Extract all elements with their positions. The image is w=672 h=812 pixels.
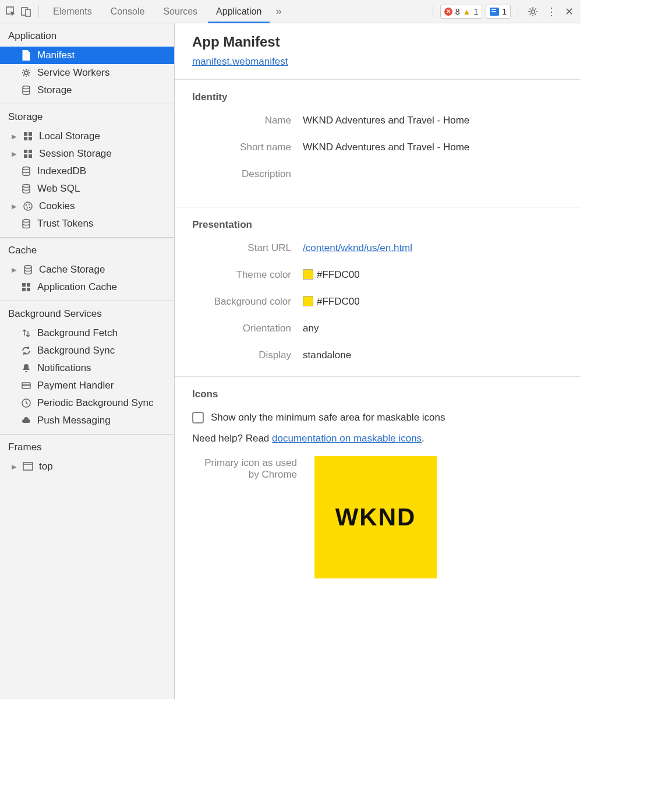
separator <box>433 5 433 18</box>
clock-icon <box>21 398 31 408</box>
tab-elements[interactable]: Elements <box>45 0 100 23</box>
primary-icon-label: Primary icon as used by Chrome <box>192 456 303 481</box>
inspect-icon[interactable] <box>5 5 17 18</box>
expand-icon[interactable]: ▶ <box>12 150 17 158</box>
field-label-bg: Background color <box>192 296 303 308</box>
tab-application[interactable]: Application <box>208 0 270 23</box>
sidebar-item-label: IndexedDB <box>37 165 86 177</box>
field-value-starturl[interactable]: /content/wknd/us/en.html <box>303 242 412 254</box>
section-title: Presentation <box>192 219 563 231</box>
updown-icon <box>21 328 31 338</box>
message-count-pill[interactable]: 1 <box>486 5 511 19</box>
sidebar-item-top-frame[interactable]: ▶ top <box>0 458 174 475</box>
sidebar-item-label: Session Storage <box>39 148 112 160</box>
gear-icon <box>21 68 31 78</box>
field-label-shortname: Short name <box>192 142 303 153</box>
svg-point-17 <box>26 204 27 206</box>
kebab-menu-icon[interactable]: ⋮ <box>544 3 559 20</box>
sidebar-item-cookies[interactable]: ▶ Cookies <box>0 197 174 215</box>
sidebar-item-service-workers[interactable]: Service Workers <box>0 64 174 82</box>
field-label-orientation: Orientation <box>192 323 303 334</box>
sidebar-item-label: Payment Handler <box>37 380 114 391</box>
sidebar-item-label: Background Sync <box>37 345 115 356</box>
sidebar-item-background-fetch[interactable]: Background Fetch <box>0 324 174 342</box>
expand-icon[interactable]: ▶ <box>12 133 17 140</box>
field-label-display: Display <box>192 349 303 361</box>
more-tabs-icon[interactable]: » <box>272 5 285 18</box>
sidebar-item-payment-handler[interactable]: Payment Handler <box>0 377 174 394</box>
database-icon <box>21 166 31 176</box>
svg-rect-23 <box>22 283 26 287</box>
sidebar-item-websql[interactable]: Web SQL <box>0 180 174 197</box>
sidebar-item-push-messaging[interactable]: Push Messaging <box>0 412 174 429</box>
device-toggle-icon[interactable] <box>20 5 33 18</box>
svg-rect-28 <box>22 384 30 386</box>
svg-point-14 <box>23 167 30 170</box>
field-value-orientation: any <box>303 323 319 334</box>
section-title: Icons <box>192 389 563 400</box>
sidebar-item-session-storage[interactable]: ▶ Session Storage <box>0 145 174 163</box>
svg-rect-26 <box>27 288 30 291</box>
section-identity: Identity Name WKND Adventures and Travel… <box>175 79 581 207</box>
svg-point-21 <box>23 220 30 223</box>
maskable-checkbox[interactable] <box>192 412 204 423</box>
sidebar-item-label: Periodic Background Sync <box>37 397 153 409</box>
expand-icon[interactable]: ▶ <box>12 463 17 471</box>
svg-rect-25 <box>22 288 26 291</box>
svg-point-5 <box>23 86 30 89</box>
database-icon <box>21 85 31 96</box>
database-icon <box>23 264 33 275</box>
error-icon: ✕ <box>444 8 452 16</box>
tab-sources[interactable]: Sources <box>155 0 206 23</box>
manifest-link[interactable]: manifest.webmanifest <box>175 56 288 79</box>
sidebar-item-application-cache[interactable]: Application Cache <box>0 278 174 296</box>
sidebar-item-trust-tokens[interactable]: Trust Tokens <box>0 215 174 232</box>
svg-rect-12 <box>24 154 27 158</box>
field-value-bg: #FFDC00 <box>303 296 360 308</box>
field-value-name: WKND Adventures and Travel - Home <box>303 115 469 126</box>
sidebar-item-background-sync[interactable]: Background Sync <box>0 342 174 359</box>
group-application: Application <box>0 23 174 47</box>
sidebar-item-manifest[interactable]: Manifest <box>0 47 174 64</box>
sync-icon <box>21 345 31 356</box>
svg-point-4 <box>24 71 28 75</box>
error-count-pill[interactable]: ✕ 8 ▲ 1 <box>440 5 482 19</box>
help-link[interactable]: documentation on maskable icons <box>272 433 422 444</box>
svg-rect-7 <box>29 132 32 136</box>
message-icon <box>490 8 499 16</box>
sidebar-item-local-storage[interactable]: ▶ Local Storage <box>0 128 174 145</box>
field-value-shortname: WKND Adventures and Travel - Home <box>303 142 469 153</box>
color-swatch <box>303 296 313 306</box>
expand-icon[interactable]: ▶ <box>12 266 17 274</box>
sidebar-item-cache-storage[interactable]: ▶ Cache Storage <box>0 261 174 278</box>
svg-point-20 <box>29 207 30 208</box>
sidebar-item-label: Storage <box>37 84 72 96</box>
sidebar-item-indexeddb[interactable]: IndexedDB <box>0 163 174 180</box>
sidebar-item-storage[interactable]: Storage <box>0 82 174 99</box>
sidebar-item-label: Application Cache <box>37 281 117 293</box>
main-content: App Manifest manifest.webmanifest Identi… <box>175 23 581 699</box>
help-text: Need help? Read documentation on maskabl… <box>192 433 563 444</box>
cookie-icon <box>23 201 33 211</box>
close-icon[interactable]: ✕ <box>563 3 576 20</box>
field-value-theme: #FFDC00 <box>303 269 360 281</box>
sidebar-item-label: Push Messaging <box>37 415 111 426</box>
sidebar-item-label: Background Fetch <box>37 327 118 339</box>
sidebar-item-notifications[interactable]: Notifications <box>0 359 174 377</box>
bell-icon <box>21 363 31 373</box>
sidebar-item-periodic-sync[interactable]: Periodic Background Sync <box>0 394 174 412</box>
field-label-starturl: Start URL <box>192 242 303 254</box>
expand-icon[interactable]: ▶ <box>12 203 17 210</box>
group-cache: Cache <box>0 238 174 261</box>
sidebar-item-label: Web SQL <box>37 183 80 195</box>
svg-point-19 <box>27 207 28 209</box>
field-label-name: Name <box>192 115 303 126</box>
group-storage: Storage <box>0 104 174 128</box>
settings-icon[interactable] <box>525 4 540 19</box>
tab-console[interactable]: Console <box>102 0 153 23</box>
page-title: App Manifest <box>175 34 581 56</box>
sidebar-item-label: Cookies <box>39 200 75 212</box>
grid-icon <box>23 131 33 142</box>
section-title: Identity <box>192 91 563 103</box>
sidebar-item-label: top <box>39 461 53 472</box>
